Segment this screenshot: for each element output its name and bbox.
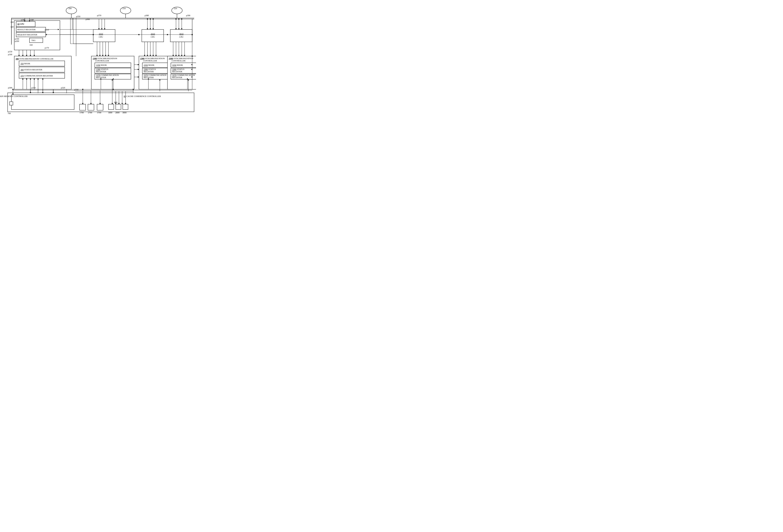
svg-rect-86 [116,104,121,109]
label-p330: p330 [74,89,79,91]
request-register-label: REQUEST REGISTER [17,33,37,36]
cpu-1010-label2: CPU [99,36,103,38]
label-3800: 3800 [122,111,127,114]
label-2800: 2800 [115,111,120,114]
label-p300: p300 [8,87,12,89]
sync-ctrl-0-label: 300 SYNCHRONIZATION CONTROLLER [15,58,54,60]
cache-coherence-label: 80 CACHE COHERENCE CONTROLLER [124,95,161,97]
label-p190: p190 [15,38,19,40]
mask-2-label: 2350 MASK [144,64,155,66]
status-reg-1-label: 1360 STATUS [96,68,108,70]
comm-reg-1-label: 1370 COMMUNICATION [96,74,119,76]
sync-ctrl-2-label2: CONTROLLER [143,60,157,62]
label-p370: p370 [97,14,101,16]
comm-reg-3-label: 3370 COMMUNICATION [172,74,195,76]
mask-3-label: 3350 MASK [172,64,183,66]
label-3700: 3700 [97,111,101,114]
svg-rect-87 [123,104,128,109]
label-210: 210 [123,7,126,9]
comm-reg-2-label2: REGISTER [144,76,154,78]
label-p180: p180 [21,19,25,21]
sync-ctrl-3-label2: CONTROLLER [171,60,186,62]
label-1700: 1700 [80,111,84,114]
tag-label: TAG [31,39,36,41]
status-reg-3-label2: REGISTER [172,70,182,73]
status-reg-0-label: 360 STATUS REGISTER [21,68,42,71]
sync-ctrl-1-label2: CONTROLLER [95,60,109,62]
status-reg-3-label: 3360 STATUS [172,68,184,70]
svg-point-133 [192,56,193,57]
mask-1-label: 1350 MASK [96,64,107,66]
label-1800: 1800 [108,111,113,114]
svg-point-101 [82,89,83,90]
status-reg-2-label: 2360 STATUS [144,68,156,70]
cpu-main-label: 10 CPU [17,23,24,25]
svg-rect-82 [80,104,86,110]
svg-point-51 [153,19,154,20]
cpu-2010-label2: CPU [151,36,155,38]
svg-rect-85 [108,104,114,109]
label-p350: p350 [76,15,81,18]
label-p200: p200 [15,40,19,42]
svg-rect-84 [97,104,103,110]
svg-point-49 [147,19,148,20]
label-p360: p360 [86,18,90,20]
label-p340: p340 [30,19,34,21]
comm-reg-0-label: 370 COMMUNICATION REGISTER [21,74,53,77]
diagram-container: 200 210 220 p370 p380 p390 130 10 CPU 12… [0,0,196,133]
label-200: 200 [68,7,72,9]
comm-reg-3-label2: REGISTER [172,76,182,78]
svg-rect-81 [9,102,13,105]
sync-ctrl-3-label: 3300 SYNCHRONIZATION [169,57,193,60]
label-p210: p210 [45,29,49,31]
svg-point-50 [150,19,151,20]
sync-ctrl-1-label: 1300 SYNCHRONIZATION [93,57,117,60]
mask-0-label: 350 MASK [21,62,30,65]
label-220: 220 [174,7,177,9]
label-700: 700 [8,112,11,114]
comm-reg-1-label2: REGISTER [96,76,106,78]
main-memory-label: 50 MAIN MEMORY CONTROLLER [0,95,28,97]
status-reg-2-label2: REGISTER [144,70,154,73]
svg-rect-31 [93,30,115,42]
comm-reg-2-label: 2370 COMMUNICATION [144,74,166,76]
svg-point-67 [178,19,180,20]
svg-point-68 [181,19,182,20]
label-120: 120 [10,26,14,28]
label-2700: 2700 [88,111,92,114]
label-130: 130 [10,21,14,23]
label-p390: p390 [186,14,190,16]
label-p150: p150 [8,51,12,53]
svg-rect-83 [88,104,94,110]
label-p160: p160 [8,53,12,56]
svg-point-66 [176,19,177,20]
label-p320: p320 [61,87,65,89]
sync-ctrl-2-label: 2300 SYNCHRONIZATION [140,57,165,60]
label-p310: p310 [31,87,36,89]
status-reg-1-label2: REGISTER [96,70,106,73]
result-register-label: RESULT REGISTER [17,28,36,31]
cpu-3010-label2: CPU [179,36,183,38]
label-160: 160 [30,44,33,46]
label-p380: p380 [145,14,149,16]
label-p170: p170 [45,46,49,49]
